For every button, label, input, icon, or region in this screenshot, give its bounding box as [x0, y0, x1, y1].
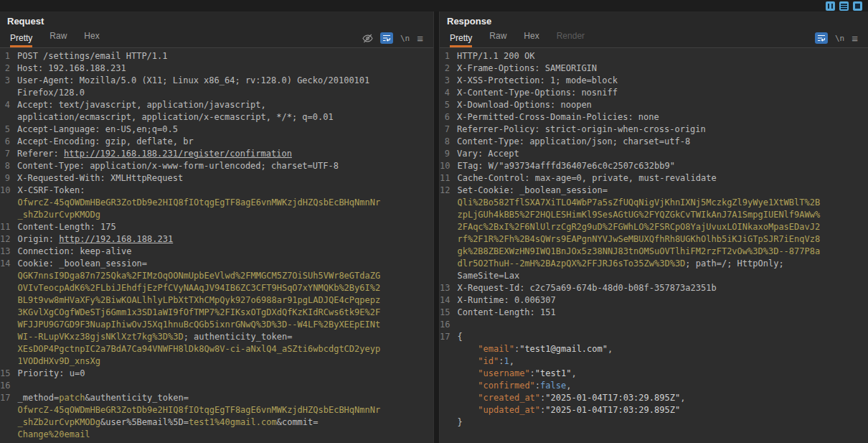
code-segment: "email"	[478, 344, 514, 354]
code-line: 13Connection: keep-alive	[0, 246, 433, 258]
line-number: 6	[0, 136, 17, 148]
code-segment: Cookie: _boolean_session=	[17, 258, 147, 269]
panel-divider[interactable]	[433, 11, 440, 443]
code-text: POST /settings/email HTTP/1.1	[17, 50, 433, 62]
code-segment: Change%20email	[17, 429, 90, 439]
code-segment: X-Requested-With: XMLHttpRequest	[17, 173, 183, 183]
line-number: 3	[440, 75, 457, 87]
code-text: Host: 192.168.188.231	[17, 62, 433, 75]
code-line: 17_method=patch&authenticity_token= Ofwr…	[0, 392, 433, 441]
menu-icon[interactable]: ≡	[852, 33, 858, 44]
response-editor[interactable]: 1HTTP/1.1 200 OK2X-Frame-Options: SAMEOR…	[440, 47, 868, 443]
request-editor[interactable]: 1POST /settings/email HTTP/1.12Host: 192…	[0, 47, 433, 443]
code-segment: X-CSRF-Token:	[17, 185, 85, 195]
code-segment: Accept: text/javascript, application/jav…	[17, 100, 334, 122]
eye-off-icon[interactable]	[362, 34, 373, 43]
code-segment: Accept-Encoding: gzip, deflate, br	[17, 136, 194, 146]
line-number: 16	[0, 380, 17, 392]
line-number: 9	[0, 172, 17, 185]
code-segment: 1	[504, 356, 509, 366]
line-number: 11	[440, 172, 457, 185]
line-number: 7	[0, 148, 17, 160]
code-text: Referrer-Policy: strict-origin-when-cros…	[457, 123, 868, 136]
request-toolbar: \n ≡	[362, 32, 423, 47]
code-segment: :	[535, 381, 540, 391]
code-segment: "test1"	[535, 368, 572, 378]
code-text: Accept: text/javascript, application/jav…	[17, 99, 433, 123]
tab-hex[interactable]: Hex	[84, 31, 99, 47]
wrap-lines-icon[interactable]	[815, 32, 828, 44]
stop-button[interactable]	[853, 1, 862, 11]
http-message-panels: Request PrettyRawHex	[0, 11, 868, 443]
tab-raw[interactable]: Raw	[49, 31, 67, 47]
code-text: Cookie: _boolean_session= QGK7nnsI9Dga87…	[17, 258, 433, 368]
code-segment: "username"	[478, 368, 529, 378]
code-segment: :	[499, 356, 504, 366]
code-segment: X-Content-Type-Options: nosniff	[457, 88, 618, 98]
code-line: 3X-XSS-Protection: 1; mode=block	[440, 75, 868, 87]
code-text: Content-Length: 175	[17, 221, 433, 233]
tab-pretty[interactable]: Pretty	[450, 33, 472, 47]
code-line: 15Priority: u=0	[0, 368, 433, 380]
code-line: 9Vary: Accept	[440, 148, 868, 160]
code-text: Accept-Encoding: gzip, deflate, br	[17, 136, 433, 148]
line-number: 13	[0, 246, 17, 258]
code-line: 10X-CSRF-Token: OfwrcZ-45qOWDmHBeGR3ZotD…	[0, 185, 433, 221]
code-segment: X-Frame-Options: SAMEORIGIN	[457, 63, 597, 73]
line-number: 17	[0, 392, 17, 441]
code-text	[457, 319, 868, 331]
line-number: 9	[440, 148, 457, 160]
newline-icon[interactable]: \n	[400, 34, 410, 43]
code-line: 15Content-Length: 151	[440, 307, 868, 319]
code-line: 14Cookie: _boolean_session= QGK7nnsI9Dga…	[0, 258, 433, 368]
tab-raw[interactable]: Raw	[489, 31, 506, 47]
code-line: 1HTTP/1.1 200 OK	[440, 50, 868, 62]
code-line: 9X-Requested-With: XMLHttpRequest	[0, 172, 433, 185]
newline-icon[interactable]: \n	[835, 34, 844, 43]
code-segment: X-Download-Options: noopen	[457, 100, 592, 110]
code-text: Cache-Control: max-age=0, private, must-…	[457, 172, 868, 185]
code-line: 5Accept-Language: en-US,en;q=0.5	[0, 123, 433, 136]
code-text: X-Content-Type-Options: nosniff	[457, 87, 868, 99]
line-number: 14	[440, 294, 457, 307]
code-text: X-Requested-With: XMLHttpRequest	[17, 172, 433, 185]
code-text: X-Request-Id: c2c75a69-674b-48d0-b08f-35…	[457, 282, 868, 294]
code-segment: "test1@gmail.com"	[519, 344, 608, 354]
code-segment: X-Runtime: 0.006307	[457, 295, 555, 305]
code-segment: patch	[59, 393, 85, 403]
tab-hex[interactable]: Hex	[524, 31, 539, 47]
code-segment: false	[540, 381, 566, 391]
code-segment: http://192.168.188.231/register/confirma…	[64, 149, 292, 159]
line-number: 17	[440, 331, 457, 429]
code-segment: X-Permitted-Cross-Domain-Policies: none	[457, 112, 659, 122]
code-segment: Priority: u=0	[17, 368, 85, 378]
wrap-lines-icon[interactable]	[380, 32, 393, 44]
response-tabbar: PrettyRawHexRender \n ≡	[440, 28, 868, 47]
line-number: 10	[440, 160, 457, 172]
line-number: 6	[440, 111, 457, 123]
code-text: ETag: W/"a93734afffd36407e6c0c2507c632bb…	[457, 160, 868, 172]
code-text: Content-Length: 151	[457, 307, 868, 319]
code-text: User-Agent: Mozilla/5.0 (X11; Linux x86_…	[17, 75, 433, 99]
line-number: 4	[440, 87, 457, 99]
tab-pretty[interactable]: Pretty	[10, 33, 32, 47]
request-panel-title: Request	[0, 11, 433, 28]
code-line: 11Cache-Control: max-age=0, private, mus…	[440, 172, 868, 185]
code-text: X-Runtime: 0.006307	[457, 294, 868, 307]
line-number: 12	[440, 185, 457, 282]
menu-icon[interactable]: ≡	[417, 33, 423, 44]
code-segment: Cache-Control: max-age=0, private, must-…	[457, 173, 716, 183]
code-segment: "created_at"	[478, 393, 540, 403]
code-text: Content-Type: application/x-www-form-url…	[17, 160, 433, 172]
code-line: 3User-Agent: Mozilla/5.0 (X11; Linux x86…	[0, 75, 433, 99]
code-text: X-Permitted-Cross-Domain-Policies: none	[457, 111, 868, 123]
pause-button[interactable]	[826, 1, 835, 11]
code-text: X-CSRF-Token: OfwrcZ-45qOWDmHBeGR3ZotDb9…	[17, 185, 433, 221]
response-toolbar: \n ≡	[815, 32, 858, 47]
code-segment: "2025-01-04T17:03:29.895Z"	[545, 393, 680, 403]
code-line: 16	[0, 380, 433, 392]
code-segment: OfwrcZ-45qOWDmHBeGR3ZotDb9e2HIQ8fIOtqgEg…	[17, 197, 380, 220]
line-number: 12	[0, 233, 17, 246]
window-menu-button[interactable]	[839, 1, 849, 11]
line-number: 1	[0, 50, 17, 62]
